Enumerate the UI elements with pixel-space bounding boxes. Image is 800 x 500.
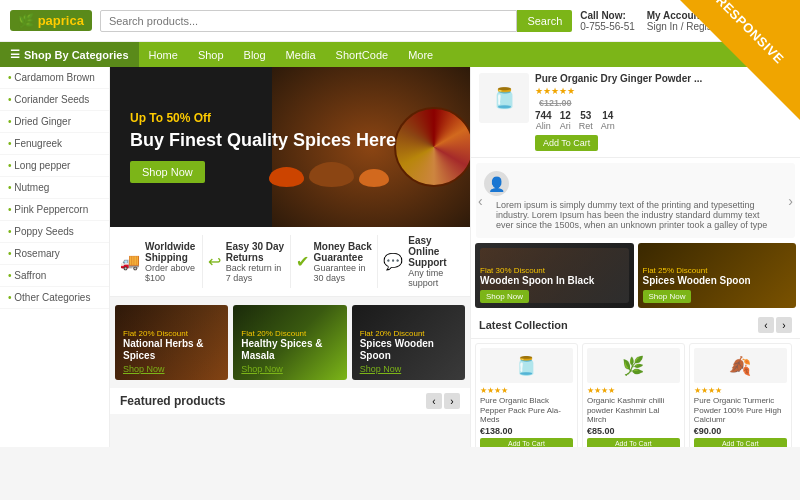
promo-link-1[interactable]: Shop Now [123, 364, 165, 374]
nav-links: Home Shop Blog Media ShortCode More [139, 43, 444, 67]
product-card-0: 🫙 ★★★★ Pure Organic Black Pepper Pack Pu… [475, 343, 578, 447]
featured-header: Featured products ‹ › [110, 388, 470, 414]
shop-cat-label: Shop By Categories [24, 49, 129, 61]
sidebar-item-ginger[interactable]: Dried Ginger [0, 111, 109, 133]
promo-link-2[interactable]: Shop Now [241, 364, 283, 374]
promo-banner-3[interactable]: Flat 20% Discount Spices Wooden Spoon Sh… [352, 305, 465, 380]
avatar: 👤 [484, 171, 509, 196]
product-name-0: Pure Organic Black Pepper Pack Pure Ala-… [480, 396, 573, 425]
spice-card-2[interactable]: Flat 25% Discount Spices Wooden Spoon Sh… [638, 243, 797, 308]
hero-headline: Buy Finest Quality Spices Here [130, 129, 396, 152]
sidebar-item-longpepper[interactable]: Long pepper [0, 155, 109, 177]
latest-nav-arrows: ‹ › [758, 317, 792, 333]
responsive-badge-wrapper: RESPONSIVE [680, 0, 800, 120]
featured-title: Featured products [120, 394, 225, 408]
featured-nav-arrows: ‹ › [426, 393, 460, 409]
promo-flat-3: Flat 20% Discount [360, 329, 457, 338]
feature-money-back: ✔ Money Back Guarantee Guarantee in 30 d… [291, 235, 379, 288]
nav-more[interactable]: More [398, 43, 443, 67]
search-button[interactable]: Search [517, 10, 572, 32]
product-card-2: 🍂 ★★★★ Pure Organic Turmeric Powder 100%… [689, 343, 792, 447]
product-price-2: €90.00 [694, 426, 787, 436]
promo-text-1: Flat 20% Discount National Herbs & Spice… [123, 329, 220, 374]
latest-prev-arrow[interactable]: ‹ [758, 317, 774, 333]
featured-next-arrow[interactable]: › [444, 393, 460, 409]
add-btn-1[interactable]: Add To Cart [587, 438, 680, 447]
search-bar: Search [100, 10, 572, 32]
feature-moneyback-text: Money Back Guarantee Guarantee in 30 day… [314, 241, 373, 283]
shop-categories-button[interactable]: ☰ Shop By Categories [0, 42, 139, 67]
feature-shipping: 🚚 Worldwide Shipping Order above $100 [115, 235, 203, 288]
spice-card-1[interactable]: Flat 30% Discount Wooden Spoon In Black … [475, 243, 634, 308]
right-panel: 🫙 Pure Organic Dry Ginger Powder ... ★★★… [470, 67, 800, 447]
sidebar-item-fenugreek[interactable]: Fenugreek [0, 133, 109, 155]
support-icon: 💬 [383, 252, 403, 271]
call-label: Call Now: [580, 10, 634, 21]
product-card-img-1: 🌿 [587, 348, 680, 383]
promo-text-2: Flat 20% Discount Healthy Spices & Masal… [241, 329, 338, 374]
promo-link-3[interactable]: Shop Now [360, 364, 402, 374]
stat-3: 14 Arn [601, 110, 615, 131]
search-input[interactable] [100, 10, 518, 32]
feature-returns: ↩ Easy 30 Day Returns Back return in 7 d… [203, 235, 291, 288]
nav-media[interactable]: Media [276, 43, 326, 67]
testimonial: ‹ 👤 Lorem ipsum is simply dummy text of … [476, 163, 795, 238]
spice-shop-btn-1[interactable]: Shop Now [480, 290, 529, 303]
shipping-icon: 🚚 [120, 252, 140, 271]
testimonial-next[interactable]: › [788, 193, 793, 209]
promo-title-3: Spices Wooden Spoon [360, 338, 457, 362]
logo-text: paprica [38, 13, 84, 28]
featured-prev-arrow[interactable]: ‹ [426, 393, 442, 409]
hero-text: Up To 50% Off Buy Finest Quality Spices … [130, 111, 396, 182]
sidebar-item-rosemary[interactable]: Rosemary [0, 243, 109, 265]
product-image: 🫙 [479, 73, 529, 123]
features-bar: 🚚 Worldwide Shipping Order above $100 ↩ … [110, 227, 470, 297]
product-name-2: Pure Organic Turmeric Powder 100% Pure H… [694, 396, 787, 425]
feature-returns-text: Easy 30 Day Returns Back return in 7 day… [226, 241, 285, 283]
sidebar-item-cardamom[interactable]: Cardamom Brown [0, 67, 109, 89]
sidebar-item-coriander[interactable]: Coriander Seeds [0, 89, 109, 111]
sidebar-item-other[interactable]: Other Categories [0, 287, 109, 309]
hero-banner: Up To 50% Off Buy Finest Quality Spices … [110, 67, 470, 227]
add-btn-0[interactable]: Add To Cart [480, 438, 573, 447]
promo-banner-2[interactable]: Flat 20% Discount Healthy Spices & Masal… [233, 305, 346, 380]
spice-card-text-2: Flat 25% Discount Spices Wooden Spoon Sh… [643, 266, 792, 303]
logo[interactable]: 🌿 paprica [10, 10, 92, 31]
call-number: 0-755-56-51 [580, 21, 634, 32]
feature-shipping-text: Worldwide Shipping Order above $100 [145, 241, 197, 283]
stat-2: 53 Ret [579, 110, 593, 131]
nav-shop[interactable]: Shop [188, 43, 234, 67]
sidebar-item-poppy[interactable]: Poppy Seeds [0, 221, 109, 243]
call-info: Call Now: 0-755-56-51 [580, 10, 634, 32]
latest-next-arrow[interactable]: › [776, 317, 792, 333]
latest-product-grid: 🫙 ★★★★ Pure Organic Black Pepper Pack Pu… [471, 339, 800, 447]
promo-title-1: National Herbs & Spices [123, 338, 220, 362]
spice-shop-btn-2[interactable]: Shop Now [643, 290, 692, 303]
stat-1: 12 Ari [560, 110, 571, 131]
returns-icon: ↩ [208, 252, 221, 271]
promo-text-3: Flat 20% Discount Spices Wooden Spoon Sh… [360, 329, 457, 374]
feature-support: 💬 Easy Online Support Any time support [378, 235, 465, 288]
hero-shop-button[interactable]: Shop Now [130, 161, 205, 183]
product-price-0: €138.00 [480, 426, 573, 436]
testimonial-author: 👤 [484, 171, 787, 196]
add-to-cart-button[interactable]: Add To Cart [535, 135, 598, 151]
promo-flat-1: Flat 20% Discount [123, 329, 220, 338]
nav-home[interactable]: Home [139, 43, 188, 67]
promo-banners: Flat 20% Discount National Herbs & Spice… [110, 297, 470, 388]
sidebar-item-saffron[interactable]: Saffron [0, 265, 109, 287]
product-card-1: 🌿 ★★★★ Organic Kashmir chilli powder Kas… [582, 343, 685, 447]
sidebar-item-pinkpepper[interactable]: Pink Peppercorn [0, 199, 109, 221]
spice-circle [394, 107, 471, 187]
sidebar-item-nutmeg[interactable]: Nutmeg [0, 177, 109, 199]
product-price-1: €85.00 [587, 426, 680, 436]
main-area: Cardamom Brown Coriander Seeds Dried Gin… [0, 67, 800, 447]
promo-banner-1[interactable]: Flat 20% Discount National Herbs & Spice… [115, 305, 228, 380]
testimonial-prev[interactable]: ‹ [478, 193, 483, 209]
nav-blog[interactable]: Blog [234, 43, 276, 67]
product-card-img-0: 🫙 [480, 348, 573, 383]
product-name-1: Organic Kashmir chilli powder Kashmiri L… [587, 396, 680, 425]
add-btn-2[interactable]: Add To Cart [694, 438, 787, 447]
hero-discount: Up To 50% Off [130, 111, 396, 125]
nav-shortcode[interactable]: ShortCode [326, 43, 399, 67]
